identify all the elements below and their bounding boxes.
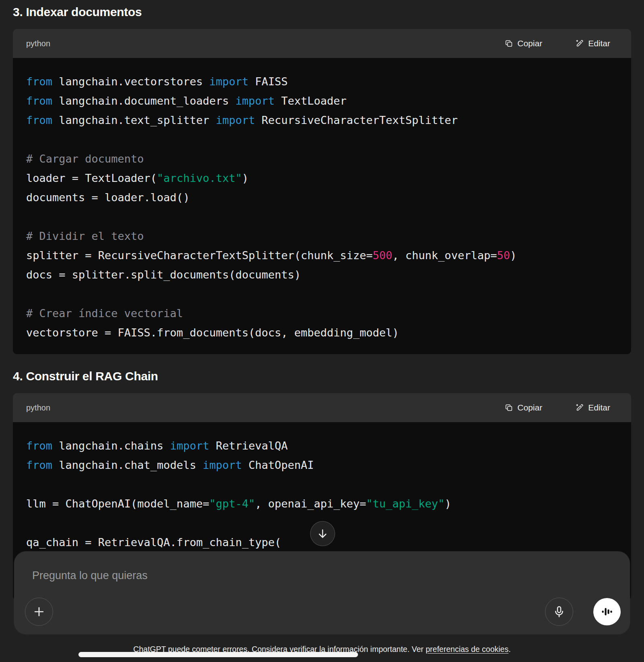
scroll-to-bottom-button[interactable] xyxy=(310,521,335,546)
section-heading-indexar-documentos: 3. Indexar documentos xyxy=(13,6,142,19)
home-indicator-bar xyxy=(78,652,358,657)
code-line: # Cargar documento xyxy=(26,149,618,168)
copy-icon xyxy=(504,403,513,412)
cookie-preferences-link[interactable]: preferencias de cookies xyxy=(426,645,508,654)
chatgpt-dark-conversation-view: 3. Indexar documentos python Copiar xyxy=(0,0,644,662)
code-block-indexar: python Copiar Editar from xyxy=(13,29,631,354)
code-content: from langchain.vectorstores import FAISS… xyxy=(13,58,631,354)
code-language-label: python xyxy=(26,39,50,48)
code-line: vectorstore = FAISS.from_documents(docs,… xyxy=(26,323,618,342)
code-line xyxy=(26,130,618,149)
code-block-actions: Copiar Editar xyxy=(500,39,615,48)
code-line: # Dividir el texto xyxy=(26,226,618,245)
code-line: docs = splitter.split_documents(document… xyxy=(26,265,618,284)
arrow-down-icon xyxy=(317,528,329,540)
code-line xyxy=(26,474,618,494)
code-line: # Crear índice vectorial xyxy=(26,303,618,323)
code-line: from langchain.vectorstores import FAISS xyxy=(26,72,618,91)
disclaimer-period: . xyxy=(508,645,510,654)
plus-icon xyxy=(32,605,46,619)
copy-code-button[interactable]: Copiar xyxy=(500,403,547,412)
code-block-header: python Copiar Editar xyxy=(13,29,631,58)
microphone-icon xyxy=(553,605,566,618)
edit-code-button[interactable]: Editar xyxy=(570,39,615,48)
code-line: loader = TextLoader("archivo.txt") xyxy=(26,168,618,188)
edit-pencil-icon xyxy=(575,39,584,48)
section-heading-construir-rag-chain: 4. Construir el RAG Chain xyxy=(13,370,158,383)
code-line: splitter = RecursiveCharacterTextSplitte… xyxy=(26,245,618,265)
copy-button-label: Copiar xyxy=(517,39,542,48)
code-line: from langchain.document_loaders import T… xyxy=(26,91,618,110)
copy-code-button[interactable]: Copiar xyxy=(500,39,547,48)
code-line xyxy=(26,207,618,226)
edit-code-button[interactable]: Editar xyxy=(570,403,615,412)
edit-button-label: Editar xyxy=(588,403,610,412)
code-line xyxy=(26,284,618,303)
edit-button-label: Editar xyxy=(588,39,610,48)
voice-waveform-icon xyxy=(600,605,614,619)
dictate-button[interactable] xyxy=(545,598,573,626)
code-line: from langchain.chains import RetrievalQA xyxy=(26,436,618,455)
code-language-label: python xyxy=(26,403,50,412)
code-line: from langchain.text_splitter import Recu… xyxy=(26,110,618,130)
attach-button[interactable] xyxy=(25,598,53,626)
voice-mode-button[interactable] xyxy=(593,598,621,625)
message-input[interactable] xyxy=(31,569,613,582)
code-line: from langchain.chat_models import ChatOp… xyxy=(26,455,618,474)
edit-pencil-icon xyxy=(575,403,584,412)
code-line: llm = ChatOpenAI(model_name="gpt-4", ope… xyxy=(26,494,618,513)
code-block-actions: Copiar Editar xyxy=(500,403,615,412)
copy-button-label: Copiar xyxy=(517,403,542,412)
message-composer xyxy=(14,551,630,634)
code-line: documents = loader.load() xyxy=(26,188,618,207)
copy-icon xyxy=(504,39,513,48)
code-block-header: python Copiar Editar xyxy=(13,393,631,422)
